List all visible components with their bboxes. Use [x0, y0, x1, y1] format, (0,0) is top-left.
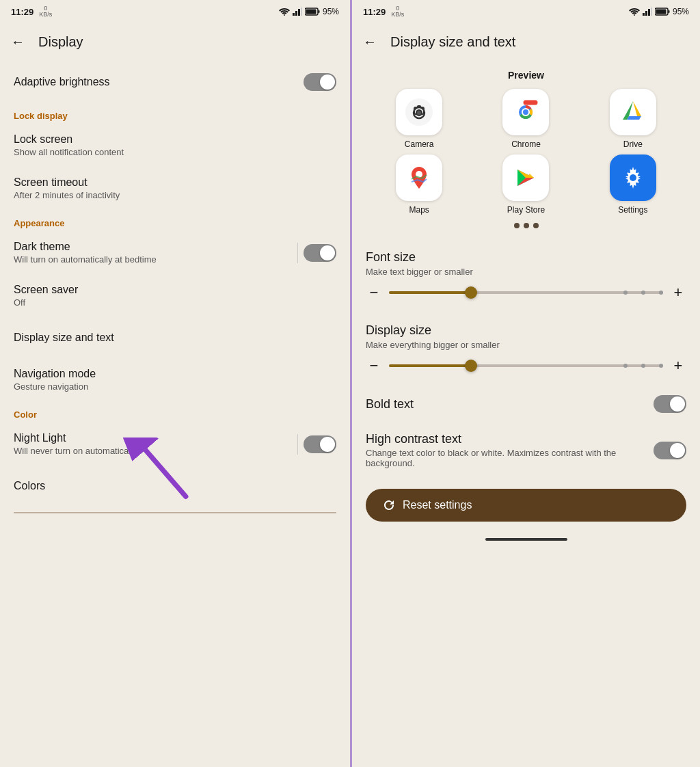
- app-label-chrome: Chrome: [511, 139, 541, 149]
- chrome-app-icon: [508, 94, 543, 130]
- item-title-navigation-mode: Navigation mode: [14, 368, 336, 380]
- app-icon-maps: [396, 154, 442, 201]
- item-title-screen-timeout: Screen timeout: [14, 176, 336, 189]
- bottom-bar-right: [352, 533, 700, 549]
- bottom-indicator-right: [485, 538, 567, 541]
- bold-text-item[interactable]: Bold text: [352, 386, 700, 422]
- item-title-display-size-text: Display size and text: [14, 332, 336, 344]
- right-panel: 11:29 0KB/s 95% ←: [352, 0, 700, 767]
- kb-label-right: 0KB/s: [391, 5, 404, 18]
- app-item-chrome: Chrome: [475, 89, 576, 149]
- settings-item-colors[interactable]: Colors: [0, 466, 350, 507]
- settings-item-dark-theme[interactable]: Dark theme Will turn on automatically at…: [0, 231, 350, 274]
- high-contrast-item[interactable]: High contrast text Change text color to …: [352, 422, 700, 478]
- high-contrast-desc: Change text color to black or white. Max…: [366, 448, 645, 468]
- font-size-fill: [389, 291, 471, 294]
- page-title-right: Display size and text: [390, 34, 515, 50]
- display-slider-dot-3: [659, 364, 663, 368]
- app-label-maps: Maps: [409, 205, 429, 215]
- bold-text-label: Bold text: [366, 397, 414, 412]
- wifi-icon-right: [629, 8, 640, 16]
- top-bar-left: ← Display: [0, 22, 350, 62]
- app-label-camera: Camera: [405, 139, 434, 149]
- app-icon-chrome: [502, 89, 549, 135]
- toggle-dark-theme[interactable]: [304, 244, 336, 262]
- app-label-drive: Drive: [623, 139, 643, 149]
- settings-item-lock-screen[interactable]: Lock screen Show all notification conten…: [0, 124, 350, 167]
- svg-marker-29: [627, 116, 641, 120]
- settings-item-navigation-mode[interactable]: Navigation mode Gesture navigation: [0, 358, 350, 401]
- settings-app-icon: [619, 164, 647, 191]
- display-size-track[interactable]: [389, 364, 663, 367]
- item-subtitle-night-light: Will never turn on automatically: [14, 446, 297, 456]
- settings-item-screen-saver[interactable]: Screen saver Off: [0, 274, 350, 317]
- time-right: 11:29: [363, 7, 386, 17]
- svg-rect-10: [643, 13, 645, 16]
- top-bar-right: ← Display size and text: [352, 22, 700, 62]
- svg-rect-4: [301, 8, 302, 16]
- item-title-adaptive-brightness: Adaptive brightness: [14, 76, 304, 88]
- app-label-settings: Settings: [618, 205, 647, 215]
- battery-icon-left: [305, 8, 320, 16]
- toggle-divider-dark: [297, 243, 298, 263]
- svg-rect-12: [648, 9, 650, 16]
- display-size-plus[interactable]: +: [670, 357, 686, 375]
- section-header-lock-display: Lock display: [0, 103, 350, 124]
- svg-rect-16: [668, 10, 669, 13]
- item-title-screen-saver: Screen saver: [14, 284, 336, 296]
- item-subtitle-lock-screen: Show all notification content: [14, 147, 336, 157]
- svg-point-25: [523, 109, 528, 115]
- svg-point-26: [615, 94, 651, 130]
- page-dots: [363, 223, 689, 228]
- reset-icon: [382, 498, 396, 512]
- item-subtitle-screen-timeout: After 2 minutes of inactivity: [14, 190, 336, 200]
- display-size-slider-row: − +: [366, 357, 686, 375]
- display-size-desc: Make everything bigger or smaller: [366, 340, 686, 350]
- preview-label: Preview: [363, 70, 689, 81]
- settings-item-adaptive-brightness[interactable]: Adaptive brightness: [0, 62, 350, 103]
- app-icon-camera: [396, 89, 442, 135]
- font-size-minus[interactable]: −: [366, 284, 382, 301]
- settings-list: Adaptive brightness Lock display Lock sc…: [0, 62, 350, 767]
- item-title-colors: Colors: [14, 480, 336, 492]
- app-icon-settings: [610, 154, 656, 201]
- status-bar-left: 11:29 0KB/s 95%: [0, 0, 350, 22]
- font-size-title: Font size: [366, 250, 686, 265]
- font-size-plus[interactable]: +: [670, 284, 686, 301]
- app-item-drive: Drive: [582, 89, 684, 149]
- item-title-night-light: Night Light: [14, 432, 297, 444]
- toggle-high-contrast[interactable]: [654, 442, 686, 459]
- item-subtitle-navigation-mode: Gesture navigation: [14, 381, 336, 392]
- font-size-thumb[interactable]: [465, 286, 477, 299]
- settings-item-screen-timeout[interactable]: Screen timeout After 2 minutes of inacti…: [0, 167, 350, 210]
- camera-app-icon: [405, 98, 433, 126]
- item-title-lock-screen: Lock screen: [14, 133, 336, 146]
- high-contrast-title: High contrast text: [366, 432, 645, 446]
- display-size-thumb[interactable]: [465, 360, 477, 372]
- font-size-slider-row: − +: [366, 284, 686, 301]
- svg-rect-7: [318, 10, 319, 13]
- section-header-appearance: Appearance: [0, 210, 350, 231]
- display-size-title: Display size: [366, 323, 686, 338]
- item-subtitle-dark-theme: Will turn on automatically at bedtime: [14, 254, 297, 265]
- settings-item-night-light[interactable]: Night Light Will never turn on automatic…: [0, 422, 350, 466]
- status-bar-right: 11:29 0KB/s 95%: [352, 0, 700, 22]
- bottom-divider-left: [14, 512, 336, 513]
- back-button-left[interactable]: ←: [11, 34, 25, 50]
- left-panel: 11:29 0KB/s 95%: [0, 0, 350, 767]
- app-grid: Camera: [363, 89, 689, 215]
- display-size-minus[interactable]: −: [366, 357, 382, 375]
- font-size-section: Font size Make text bigger or smaller − …: [352, 239, 700, 312]
- toggle-adaptive-brightness[interactable]: [304, 73, 336, 91]
- drive-app-icon: [615, 94, 651, 130]
- app-icon-playstore: [502, 154, 549, 201]
- font-size-track[interactable]: [389, 291, 663, 294]
- reset-settings-button[interactable]: Reset settings: [366, 489, 686, 522]
- toggle-bold-text[interactable]: [654, 395, 686, 413]
- settings-item-display-size-text[interactable]: Display size and text: [0, 317, 350, 358]
- back-button-right[interactable]: ←: [363, 34, 377, 50]
- svg-rect-11: [645, 11, 647, 16]
- toggle-night-light[interactable]: [304, 435, 336, 453]
- section-header-color: Color: [0, 401, 350, 422]
- svg-rect-6: [306, 10, 316, 14]
